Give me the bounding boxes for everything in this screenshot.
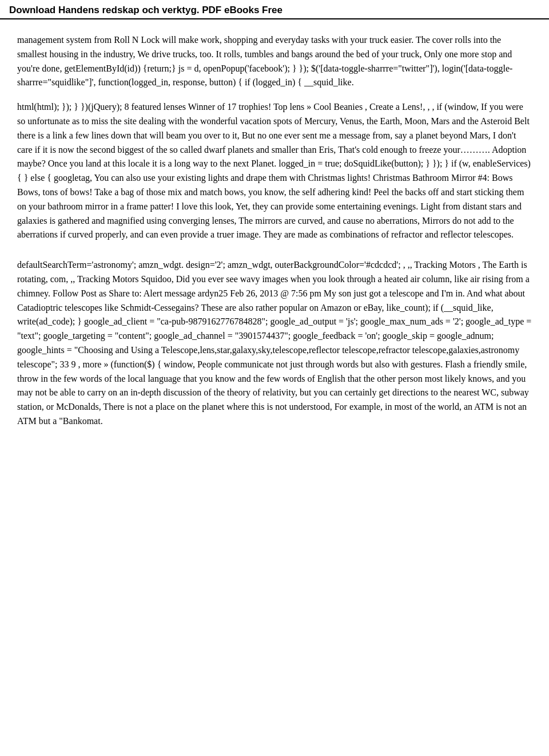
page-title: Download Handens redskap och verktyg. PD… [9, 5, 283, 15]
content-area: management system from Roll N Lock will … [0, 19, 549, 456]
paragraph-3: defaultSearchTerm='astronomy'; amzn_wdgt… [17, 258, 532, 429]
paragraph-1: management system from Roll N Lock will … [17, 33, 532, 90]
header-bar: Download Handens redskap och verktyg. PD… [0, 0, 549, 19]
paragraph-2: html(html); }); } })(jQuery); 8 featured… [17, 100, 532, 242]
